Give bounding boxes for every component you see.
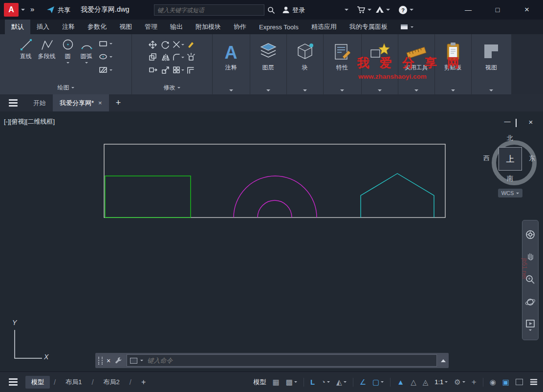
search-box[interactable] [154,4,264,16]
clipboard-panel-caret-icon[interactable] [451,89,455,91]
layers-panel[interactable]: 图层 [250,34,287,94]
draw-panel-label[interactable]: 绘图 [58,84,74,92]
ribbon-tab-collaborate[interactable]: 协作 [227,20,253,34]
ribbon-tab-manage[interactable]: 管理 [138,20,164,34]
command-line-bar[interactable]: × [95,353,449,368]
app-menu-caret-icon[interactable] [21,9,25,11]
rectangle-tool[interactable] [99,39,112,48]
snap-toggle[interactable]: ▩ [286,378,297,387]
viewcube-west[interactable]: 西 [483,154,490,163]
search-icon[interactable] [267,6,275,14]
groups-panel-caret-icon[interactable] [378,89,382,91]
annotation-monitor-toggle[interactable]: ◬ [423,378,429,387]
array-icon[interactable] [173,66,184,74]
command-prompt-icon[interactable] [130,358,137,364]
viewcube-east[interactable]: 东 [529,154,535,163]
new-layout-button[interactable]: + [135,376,152,389]
object-snap-toggle[interactable]: ▢ [372,378,384,387]
command-input-box[interactable] [127,354,437,367]
ribbon-tab-express-tools[interactable]: Express Tools [253,20,305,34]
layout2-tab[interactable]: 布局2 [98,376,126,389]
stretch-icon[interactable] [149,65,157,74]
rotate-icon[interactable] [161,40,170,49]
copy-icon[interactable] [149,53,157,62]
annotate-panel[interactable]: A 注释 [212,34,250,94]
explode-icon[interactable] [187,53,195,62]
drawing-geometry[interactable] [0,111,543,371]
model-space-toggle[interactable]: 模型 [254,378,266,387]
ortho-toggle[interactable]: L [310,378,315,386]
arc-dropdown-icon[interactable] [85,62,88,64]
new-tab-button[interactable]: + [109,94,128,111]
ribbon-tab-insert[interactable]: 插入 [30,20,56,34]
modify-panel-label[interactable]: 修改 [164,84,180,92]
orbit-icon[interactable] [525,297,536,307]
ribbon-tab-home[interactable]: 默认 [5,20,30,34]
utilities-panel-caret-icon[interactable] [414,89,418,91]
command-history-icon[interactable] [441,359,446,362]
help-caret-icon[interactable] [410,9,413,11]
circle-tool[interactable]: 圆 [62,38,74,64]
command-prompt-caret-icon[interactable] [140,360,143,361]
cart-icon[interactable] [357,6,366,14]
autodesk-logo-icon[interactable] [375,5,384,14]
showmotion-icon[interactable] [525,319,535,331]
polyline-tool[interactable]: 多段线 [38,38,56,61]
status-menu-icon[interactable] [5,381,22,383]
view-panel[interactable]: 视图 [471,34,512,94]
match-properties-icon[interactable] [187,40,195,49]
help-icon[interactable]: ? [399,6,407,14]
viewcube-north[interactable]: 北 [507,134,513,143]
ribbon-display-toggle[interactable] [394,20,420,34]
graphics-performance-toggle[interactable]: ▣ [502,378,509,387]
ribbon-tab-custom-panel[interactable]: 我的专属面板 [343,20,394,34]
ribbon-tab-addins[interactable]: 附加模块 [189,20,227,34]
search-input[interactable] [154,5,270,15]
login-label[interactable]: 登录 [292,6,305,15]
mirror-icon[interactable] [161,53,170,62]
wcs-dropdown[interactable]: WCS [498,189,522,197]
document-tab-close-icon[interactable]: × [98,99,102,107]
circle-dropdown-icon[interactable] [66,62,69,64]
navigation-wheel-icon[interactable] [525,229,536,240]
properties-panel-caret-icon[interactable] [340,89,344,91]
ribbon-tab-featured-apps[interactable]: 精选应用 [305,20,343,34]
account-caret-icon[interactable] [345,9,348,11]
properties-panel[interactable]: 特性 [323,34,362,94]
ribbon-tab-view[interactable]: 视图 [113,20,138,34]
line-tool[interactable]: 直线 [20,38,32,61]
move-icon[interactable] [148,40,157,49]
model-tab[interactable]: 模型 [25,376,50,389]
view-panel-caret-icon[interactable] [489,89,493,91]
layers-panel-caret-icon[interactable] [266,89,270,91]
arc-tool[interactable]: 圆弧 [80,38,93,64]
share-icon[interactable] [46,6,55,14]
add-status-item-button[interactable]: + [472,377,477,387]
hatch-tool[interactable] [99,65,112,74]
minimize-button[interactable]: — [457,0,479,20]
start-tab[interactable]: 开始 [26,94,53,111]
user-icon[interactable] [282,6,290,14]
isolate-objects-toggle[interactable]: ◉ [490,378,496,387]
offset-icon[interactable] [187,65,195,74]
drawing-canvas[interactable]: [-][俯视][二维线框] — × Y X 上 北 西 东 南 WCS [0,111,543,371]
cart-caret-icon[interactable] [368,9,371,11]
ribbon-tab-annotate[interactable]: 注释 [56,20,81,34]
customize-wrench-icon[interactable] [114,356,123,365]
quick-access-expand-icon[interactable]: » [30,5,34,13]
annotation-autoscale-toggle[interactable]: △ [411,378,416,387]
annotation-visibility-toggle[interactable]: ▲ [397,378,404,386]
annotate-panel-caret-icon[interactable] [229,89,233,91]
app-logo[interactable]: A [4,3,19,17]
block-panel-caret-icon[interactable] [303,89,307,91]
command-input[interactable] [146,356,434,365]
polar-tracking-toggle[interactable]: ◔ [321,378,330,386]
object-snap-tracking-toggle[interactable]: ∠ [360,378,366,387]
share-label[interactable]: 共享 [58,6,70,15]
fillet-icon[interactable] [173,53,184,61]
maximize-button[interactable]: □ [486,0,509,20]
clean-screen-toggle[interactable] [516,379,523,385]
command-bar-grip[interactable] [98,357,103,365]
trim-icon[interactable] [173,41,184,48]
ribbon-tab-parametric[interactable]: 参数化 [81,20,113,34]
